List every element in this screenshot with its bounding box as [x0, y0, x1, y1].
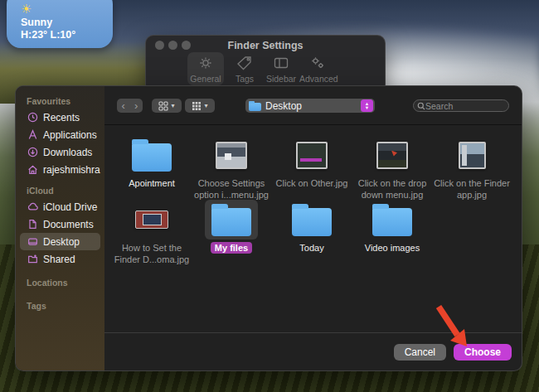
file-label: Apointment — [112, 177, 192, 189]
home-icon — [27, 164, 38, 175]
image-thumbnail — [135, 211, 168, 229]
search-field[interactable] — [413, 99, 509, 112]
selection-highlight — [205, 200, 258, 240]
file-item-image[interactable]: How to Set the Finder D...oma.jpg — [112, 200, 192, 265]
file-item-folder[interactable]: Video images — [352, 200, 432, 254]
desktop-icon — [27, 236, 38, 247]
finder-sidebar: Favourites Recents Applications Download… — [16, 86, 104, 370]
grid-view-icon — [158, 101, 168, 111]
image-thumbnail — [459, 142, 486, 169]
location-dropdown[interactable]: Desktop ▲ ▼ — [245, 99, 375, 113]
sidebar-section-tags: Tags — [27, 301, 104, 311]
finder-settings-window: Finder Settings General Tags — [145, 35, 386, 93]
tab-tags[interactable]: Tags — [226, 52, 263, 85]
image-thumbnail — [216, 142, 247, 169]
sidebar-item-label: Documents — [43, 219, 94, 230]
folder-icon — [249, 103, 261, 111]
cloud-icon — [27, 201, 38, 212]
folder-icon — [211, 208, 251, 236]
file-item-folder[interactable]: Apointment — [112, 135, 192, 189]
sidebar-item-label: Downloads — [43, 147, 92, 158]
minimize-window-button[interactable] — [168, 41, 177, 50]
sidebar-item-shared[interactable]: Shared — [20, 250, 100, 268]
sun-icon: ☀ — [21, 3, 113, 15]
icon-view-button[interactable]: ▾ — [152, 99, 182, 113]
folder-icon — [372, 208, 412, 236]
tag-icon — [226, 52, 263, 70]
tab-general[interactable]: General — [187, 52, 224, 85]
tab-advanced[interactable]: Advanced — [299, 52, 336, 85]
zoom-window-button[interactable] — [182, 41, 191, 50]
tab-label: Advanced — [299, 74, 338, 84]
weather-temps: H:23° L:10° — [21, 29, 113, 41]
tab-label: General — [190, 74, 221, 84]
file-item-folder-selected[interactable]: My files — [192, 200, 271, 254]
file-label-selected: My files — [211, 242, 252, 254]
dropdown-stepper-icon[interactable]: ▲ ▼ — [361, 99, 373, 112]
sidebar-section-locations: Locations — [27, 278, 104, 288]
tab-label: Tags — [236, 74, 254, 84]
sidebar-item-icloud-drive[interactable]: iCloud Drive — [20, 198, 100, 215]
titlebar: Finder Settings — [146, 36, 385, 52]
sidebar-item-home[interactable]: rajeshmishra — [20, 161, 100, 178]
file-label: Click on the drop down menu.jpg — [352, 177, 432, 201]
gears-icon — [299, 52, 336, 70]
annotation-arrow-icon — [434, 303, 477, 351]
file-grid: Apointment Choose Settings option i...me… — [104, 125, 522, 332]
file-label: Video images — [352, 242, 432, 254]
folder-icon — [132, 143, 172, 172]
sidebar-item-label: Recents — [43, 112, 80, 123]
search-input[interactable] — [425, 101, 505, 111]
image-thumbnail — [296, 142, 328, 169]
shared-folder-icon — [27, 254, 38, 264]
location-label: Desktop — [265, 100, 361, 112]
close-window-button[interactable] — [155, 41, 164, 50]
sidebar-item-label: iCloud Drive — [43, 201, 97, 213]
sidebar-item-downloads[interactable]: Downloads — [20, 143, 100, 161]
file-label: How to Set the Finder D...oma.jpg — [112, 242, 192, 265]
sidebar-item-label: Applications — [43, 129, 97, 141]
sidebar-item-documents[interactable]: Documents — [20, 215, 100, 233]
desktop: ☀ Sunny H:23° L:10° Finder Settings Gen — [0, 0, 539, 392]
gear-icon — [187, 52, 224, 70]
file-item-image[interactable]: Choose Settings option i...menu.jpg — [192, 135, 271, 201]
sidebar-item-applications[interactable]: Applications — [20, 126, 100, 143]
sidebar-section-icloud: iCloud — [27, 186, 104, 196]
file-item-image[interactable]: Click on Other.jpg — [272, 135, 352, 189]
file-item-folder[interactable]: Today — [272, 200, 352, 254]
sidebar-item-label: Desktop — [43, 236, 80, 248]
download-icon — [27, 147, 38, 157]
search-icon — [417, 102, 425, 110]
weather-widget[interactable]: ☀ Sunny H:23° L:10° — [7, 0, 113, 48]
file-label: Choose Settings option i...menu.jpg — [192, 177, 271, 201]
tab-label: Sidebar — [266, 74, 296, 84]
forward-button[interactable]: › — [130, 99, 143, 112]
applications-icon — [27, 129, 38, 140]
small-grid-view-icon — [192, 101, 202, 111]
clock-icon — [27, 112, 38, 123]
tab-sidebar[interactable]: Sidebar — [263, 52, 299, 85]
sidebar-icon — [263, 52, 299, 70]
file-label: Today — [272, 242, 352, 254]
document-icon — [27, 219, 38, 230]
dialog-toolbar: ‹ › ▾ — [104, 86, 522, 125]
file-item-image[interactable]: Click on the Finder app.jpg — [432, 135, 512, 201]
group-view-button[interactable]: ▾ — [185, 99, 215, 113]
sidebar-item-recents[interactable]: Recents — [20, 109, 100, 126]
file-item-image[interactable]: Click on the drop down menu.jpg — [352, 135, 432, 201]
weather-condition: Sunny — [21, 17, 113, 28]
chevron-down-icon: ▾ — [171, 102, 174, 109]
sidebar-item-label: Shared — [43, 254, 75, 265]
file-label: Click on the Finder app.jpg — [432, 177, 512, 201]
file-label: Click on Other.jpg — [272, 177, 352, 189]
sidebar-item-desktop[interactable]: Desktop — [20, 233, 100, 250]
back-button[interactable]: ‹ — [117, 99, 130, 112]
image-thumbnail — [376, 142, 408, 169]
folder-icon — [292, 208, 332, 236]
sidebar-item-label: rajeshmishra — [43, 164, 100, 176]
chevron-down-icon: ▾ — [204, 102, 207, 109]
sidebar-section-favourites: Favourites — [27, 96, 104, 106]
